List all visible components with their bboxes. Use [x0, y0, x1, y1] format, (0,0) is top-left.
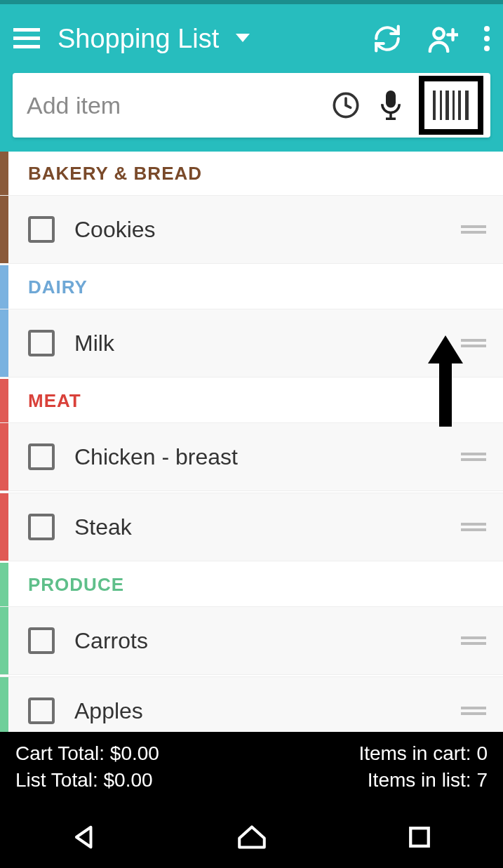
list-title-dropdown[interactable]: Shopping List: [58, 24, 250, 54]
svg-rect-11: [386, 91, 396, 108]
svg-rect-19: [465, 91, 469, 120]
item-label: Steak: [74, 514, 461, 540]
svg-rect-20: [461, 225, 486, 228]
page-title: Shopping List: [58, 24, 219, 54]
svg-rect-23: [461, 345, 486, 347]
barcode-scan-button[interactable]: [419, 76, 483, 135]
svg-rect-26: [461, 523, 486, 526]
svg-rect-16: [445, 91, 449, 120]
sync-icon[interactable]: [373, 24, 402, 53]
category-header[interactable]: PRODUCE: [0, 563, 503, 606]
item-checkbox[interactable]: [28, 216, 55, 243]
svg-rect-30: [461, 707, 486, 709]
chevron-down-icon: [236, 32, 250, 45]
cart-total: Cart Total: $0.00: [15, 740, 159, 767]
svg-rect-24: [461, 453, 486, 455]
category-stripe: [0, 152, 8, 195]
drag-handle-icon[interactable]: [461, 705, 486, 716]
drag-handle-icon[interactable]: [461, 338, 486, 349]
drag-handle-icon[interactable]: [461, 224, 486, 235]
list-item[interactable]: Cookies: [0, 195, 503, 264]
add-item-bar: [13, 73, 490, 138]
category-stripe: [0, 196, 8, 263]
svg-rect-29: [461, 642, 486, 645]
svg-rect-18: [458, 91, 461, 120]
add-item-input[interactable]: [27, 73, 329, 138]
item-label: Cookies: [74, 217, 461, 243]
category-stripe: [0, 265, 8, 309]
category-header[interactable]: MEAT: [0, 379, 503, 422]
back-button[interactable]: [63, 816, 105, 858]
svg-rect-1: [13, 36, 40, 40]
svg-marker-33: [76, 827, 90, 848]
item-label: Carrots: [74, 628, 461, 654]
drag-handle-icon[interactable]: [461, 521, 486, 533]
svg-rect-35: [410, 828, 429, 846]
category-label: MEAT: [28, 390, 81, 412]
svg-point-4: [434, 28, 444, 39]
list-item[interactable]: Steak: [0, 493, 503, 561]
svg-rect-25: [461, 458, 486, 461]
svg-point-8: [484, 36, 490, 41]
svg-point-7: [484, 26, 490, 32]
category-stripe: [0, 607, 8, 674]
item-label: Chicken - breast: [74, 444, 461, 470]
item-checkbox[interactable]: [28, 330, 55, 356]
category-stripe: [0, 493, 8, 561]
category-header[interactable]: DAIRY: [0, 265, 503, 309]
item-checkbox[interactable]: [28, 514, 55, 540]
category-stripe: [0, 677, 8, 732]
category-label: DAIRY: [28, 276, 88, 298]
totals-bar: Cart Total: $0.00 List Total: $0.00 Item…: [0, 732, 503, 806]
svg-rect-28: [461, 636, 486, 639]
history-icon[interactable]: [329, 88, 363, 122]
svg-rect-31: [461, 712, 486, 715]
list-item[interactable]: Milk: [0, 309, 503, 378]
items-in-cart: Items in cart: 0: [358, 740, 488, 767]
svg-rect-27: [461, 528, 486, 531]
svg-rect-15: [440, 91, 442, 120]
category-stripe: [0, 379, 8, 422]
add-person-icon[interactable]: [427, 25, 458, 53]
item-label: Apples: [74, 698, 461, 724]
list-total: List Total: $0.00: [15, 767, 159, 794]
svg-rect-2: [13, 45, 40, 48]
microphone-icon[interactable]: [374, 88, 408, 122]
drag-handle-icon[interactable]: [461, 635, 486, 646]
app-header: Shopping List: [0, 4, 503, 152]
svg-marker-3: [236, 34, 250, 42]
category-stripe: [0, 423, 8, 490]
shopping-list: BAKERY & BREADCookiesDAIRYMilkMEATChicke…: [0, 152, 503, 732]
item-checkbox[interactable]: [28, 697, 55, 724]
category-stripe: [0, 563, 8, 606]
items-in-list: Items in list: 7: [358, 767, 488, 794]
svg-rect-22: [461, 339, 486, 342]
item-label: Milk: [74, 330, 461, 356]
list-item[interactable]: Carrots: [0, 606, 503, 675]
overflow-menu-icon[interactable]: [483, 25, 490, 52]
menu-icon[interactable]: [13, 25, 41, 53]
drag-handle-icon[interactable]: [461, 451, 486, 462]
home-button[interactable]: [231, 816, 273, 858]
svg-rect-0: [13, 28, 40, 32]
svg-rect-17: [452, 91, 455, 120]
svg-rect-14: [433, 91, 436, 120]
item-checkbox[interactable]: [28, 627, 55, 654]
recents-button[interactable]: [398, 816, 441, 858]
list-item[interactable]: Apples: [0, 676, 503, 732]
svg-marker-34: [239, 827, 264, 847]
category-header[interactable]: BAKERY & BREAD: [0, 152, 503, 195]
category-stripe: [0, 309, 8, 377]
android-nav-bar: [0, 806, 503, 868]
category-label: BAKERY & BREAD: [28, 163, 202, 185]
category-label: PRODUCE: [28, 574, 124, 596]
svg-rect-21: [461, 231, 486, 234]
svg-point-9: [484, 46, 490, 51]
item-checkbox[interactable]: [28, 443, 55, 470]
list-item[interactable]: Chicken - breast: [0, 422, 503, 491]
